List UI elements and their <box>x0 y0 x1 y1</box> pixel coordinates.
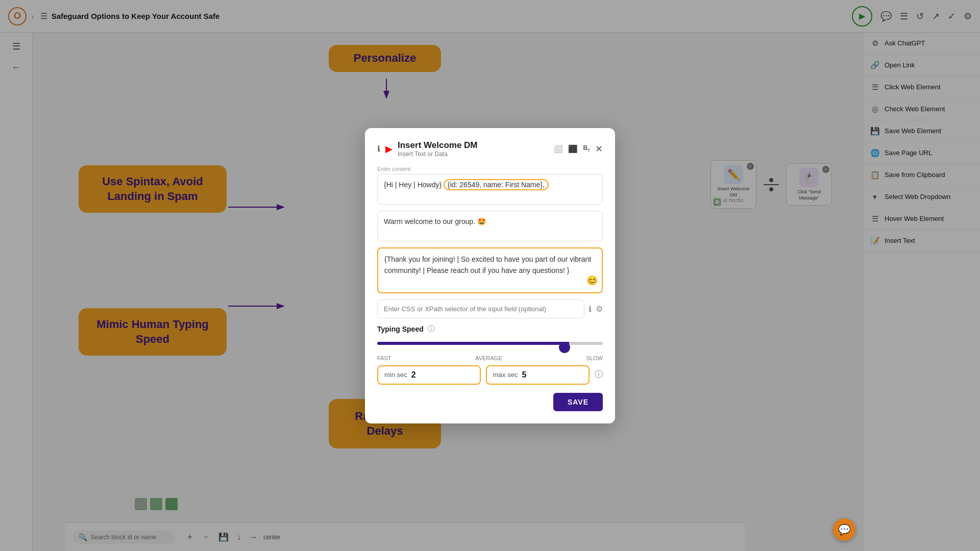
css-xpath-input[interactable] <box>377 299 584 318</box>
chat-bubble-button[interactable]: 💬 <box>833 518 855 541</box>
content-line2: Warm welcome to our group. 🤩 <box>384 217 486 226</box>
modal-tool-2[interactable]: ⬛ <box>568 144 578 154</box>
min-label: min sec <box>384 371 407 379</box>
slider-thumb[interactable] <box>559 342 570 353</box>
min-val: 2 <box>411 370 416 380</box>
minmax-info-icon[interactable]: ⓘ <box>595 369 603 380</box>
modal-spintax-content[interactable]: {Thank you for joining! | So excited to … <box>377 247 603 293</box>
content-prefix: {Hi | Hey | Howdy} <box>384 181 442 189</box>
typing-speed-row: Typing Speed ⓘ <box>377 324 603 334</box>
modal-tool-bt[interactable]: BT <box>583 144 590 153</box>
spintax-text: {Thank you for joining! | So excited to … <box>384 255 591 274</box>
slider-labels: FAST AVERAGE SLOW <box>377 355 603 361</box>
modal-content-line1[interactable]: {Hi | Hey | Howdy} {id: 26549, name: Fir… <box>377 174 603 205</box>
modal-insert-welcome-dm: ℹ ▶ Insert Welcome DM Insert Text or Dat… <box>365 128 615 423</box>
typing-speed-info-icon[interactable]: ⓘ <box>428 324 435 334</box>
modal-tool-1[interactable]: ⬜ <box>553 144 563 154</box>
modal-content-line2[interactable]: Warm welcome to our group. 🤩 <box>377 211 603 241</box>
css-input-row: ℹ ⚙ <box>377 299 603 318</box>
save-button[interactable]: SAVE <box>553 393 603 411</box>
max-sec-box[interactable]: max sec 5 <box>486 365 590 385</box>
save-row: SAVE <box>377 393 603 411</box>
modal-subtitle: Insert Text or Data <box>398 151 478 158</box>
content-highlight: {id: 26549, name: First Name}, <box>444 179 549 190</box>
slider-slow-label: SLOW <box>586 355 603 361</box>
css-info-icon[interactable]: ℹ <box>589 304 592 314</box>
modal-youtube-icon[interactable]: ▶ <box>385 143 393 155</box>
modal-title-block: Insert Welcome DM Insert Text or Data <box>398 140 478 158</box>
modal-info-icon[interactable]: ℹ <box>377 144 380 154</box>
slider-track-area <box>377 342 603 353</box>
modal-header-right: ⬜ ⬛ BT ✕ <box>553 143 603 155</box>
typing-speed-label: Typing Speed <box>377 325 424 333</box>
max-label: max sec <box>493 371 518 379</box>
min-sec-box[interactable]: min sec 2 <box>377 365 481 385</box>
emoji-button[interactable]: 😊 <box>586 273 598 288</box>
modal-close-button[interactable]: ✕ <box>595 143 603 155</box>
minmax-row: min sec 2 max sec 5 ⓘ <box>377 365 603 385</box>
slider-fast-label: FAST <box>377 355 391 361</box>
modal-section-label: Enter content <box>377 166 603 172</box>
css-settings-icon[interactable]: ⚙ <box>596 304 603 314</box>
slider-average-label: AVERAGE <box>475 355 502 361</box>
slider-container: FAST AVERAGE SLOW <box>377 342 603 361</box>
modal-header: ℹ ▶ Insert Welcome DM Insert Text or Dat… <box>377 140 603 158</box>
max-val: 5 <box>522 370 526 380</box>
modal-overlay: ℹ ▶ Insert Welcome DM Insert Text or Dat… <box>0 0 980 551</box>
modal-title: Insert Welcome DM <box>398 140 478 151</box>
